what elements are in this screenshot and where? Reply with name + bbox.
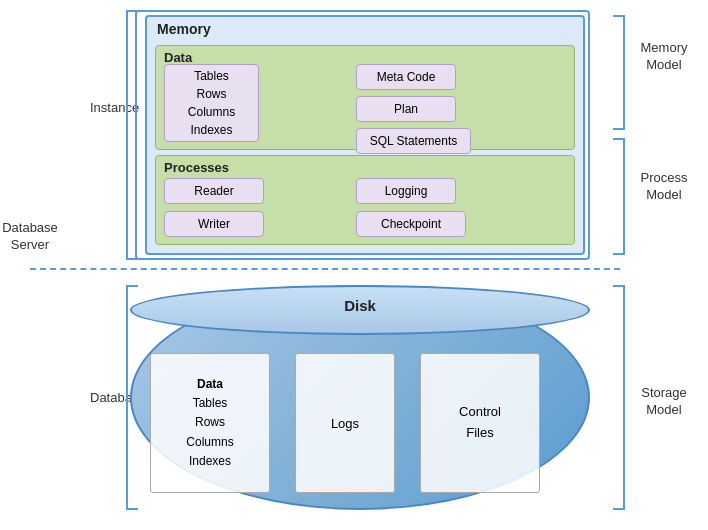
disk-container: Disk Data Tables Rows Columns Indexes Lo… — [130, 285, 590, 510]
memory-box: Memory Data Tables Rows Columns Indexes … — [145, 15, 585, 255]
disk-title: Disk — [130, 297, 590, 314]
data-tables-box: Tables Rows Columns Indexes — [164, 64, 259, 142]
disk-data-line3: Rows — [195, 413, 225, 432]
sql-label: SQL Statements — [370, 134, 458, 148]
disk-data-box: Data Tables Rows Columns Indexes — [150, 353, 270, 493]
logging-label: Logging — [385, 184, 428, 198]
label-storage-model: Storage Model — [624, 385, 704, 419]
writer-box: Writer — [164, 211, 264, 237]
diagram-container: Database Server Instance Database Memory… — [0, 0, 708, 530]
plan-label: Plan — [394, 102, 418, 116]
processes-section: Processes Reader Logging Writer Checkpoi… — [155, 155, 575, 245]
meta-code-box: Meta Code — [356, 64, 456, 90]
label-database-server: Database Server — [0, 220, 60, 254]
disk-logs-box: Logs — [295, 353, 395, 493]
data-tables-line3: Columns — [188, 103, 235, 121]
disk-data-line1: Data — [197, 375, 223, 394]
memory-title: Memory — [157, 21, 211, 37]
storage-model-bracket — [613, 285, 625, 510]
disk-data-line2: Tables — [193, 394, 228, 413]
checkpoint-label: Checkpoint — [381, 217, 441, 231]
checkpoint-box: Checkpoint — [356, 211, 466, 237]
disk-control-line2: Files — [466, 423, 493, 444]
data-section-title: Data — [164, 50, 192, 65]
logging-box: Logging — [356, 178, 456, 204]
processes-title: Processes — [164, 160, 229, 175]
reader-label: Reader — [194, 184, 233, 198]
data-section: Data Tables Rows Columns Indexes Meta Co… — [155, 45, 575, 150]
data-tables-line1: Tables — [194, 67, 229, 85]
meta-code-label: Meta Code — [377, 70, 436, 84]
data-tables-line2: Rows — [196, 85, 226, 103]
writer-label: Writer — [198, 217, 230, 231]
data-tables-line4: Indexes — [190, 121, 232, 139]
label-memory-model: Memory Model — [624, 40, 704, 74]
memory-model-bracket — [613, 15, 625, 130]
disk-control-line1: Control — [459, 402, 501, 423]
process-model-bracket — [613, 138, 625, 255]
disk-data-line5: Indexes — [189, 452, 231, 471]
sql-statements-box: SQL Statements — [356, 128, 471, 154]
label-process-model: Process Model — [624, 170, 704, 204]
disk-control-box: Control Files — [420, 353, 540, 493]
disk-logs-label: Logs — [331, 416, 359, 431]
disk-data-line4: Columns — [186, 433, 233, 452]
reader-box: Reader — [164, 178, 264, 204]
plan-box: Plan — [356, 96, 456, 122]
dashed-divider — [30, 268, 620, 270]
